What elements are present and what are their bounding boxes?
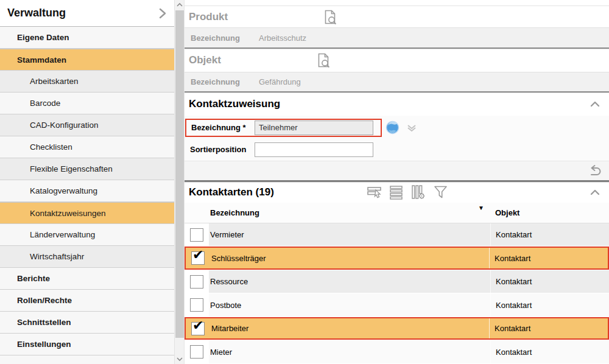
- product-section-title: Produkt: [185, 11, 228, 23]
- contact-types-header: Kontaktarten (19): [185, 182, 609, 203]
- name-field-row: Bezeichnung *: [185, 119, 609, 137]
- top-spacer: [185, 0, 609, 5]
- select-rows-icon[interactable]: [367, 184, 382, 200]
- name-field-label: Bezeichnung *: [186, 123, 255, 132]
- table-row-postbote[interactable]: Postbote Kontaktart: [185, 293, 609, 317]
- sidebar-item-stammdaten[interactable]: Stammdaten: [0, 49, 174, 71]
- row-object: Kontaktart: [489, 248, 608, 268]
- contact-assignment-header: Kontaktzuweisung: [185, 93, 609, 116]
- product-field-value: Arbeitsschutz: [253, 33, 306, 43]
- sidebar-item-rollen-rechte[interactable]: Rollen/Rechte: [0, 290, 174, 312]
- highlighted-field-box: Bezeichnung *: [185, 119, 382, 137]
- table-header: Bezeichnung ▼ Objekt: [185, 203, 609, 223]
- row-name: Mitarbeiter: [210, 318, 489, 339]
- table-row-mitarbeiter[interactable]: ✔ Mitarbeiter Kontaktart: [185, 317, 609, 340]
- sort-field-row: Sortierposition: [185, 139, 609, 161]
- scroll-up-icon[interactable]: [175, 0, 185, 10]
- row-name: Mieter: [209, 340, 490, 363]
- sidebar: Verwaltung Eigene Daten Stammdaten Arbei…: [0, 0, 175, 364]
- checkbox-checked[interactable]: ✔: [191, 322, 205, 335]
- form-footer-bar: [185, 161, 609, 180]
- sidebar-item-cad-konfiguration[interactable]: CAD-Konfiguration: [0, 114, 174, 136]
- chevron-right-icon[interactable]: [157, 7, 168, 19]
- table-row-ressource[interactable]: Ressource Kontaktart: [185, 270, 609, 293]
- rows-list-icon[interactable]: [389, 184, 404, 200]
- sidebar-title: Verwaltung: [7, 7, 66, 19]
- sidebar-item-berichte[interactable]: Berichte: [0, 268, 174, 290]
- object-field-row: Bezeichnung Gefährdung: [185, 72, 609, 92]
- sidebar-item-kontaktzuweisungen[interactable]: Kontaktzuweisungen: [0, 202, 174, 224]
- row-name: Schlüsselträger: [210, 248, 489, 268]
- sidebar-item-einstellungen[interactable]: Einstellungen: [0, 334, 174, 355]
- object-section-header: Objekt: [185, 49, 609, 72]
- name-column-header[interactable]: Bezeichnung ▼: [209, 208, 490, 217]
- checkbox-checked[interactable]: ✔: [191, 251, 205, 265]
- sidebar-item-laenderverwaltung[interactable]: Länderverwaltung: [0, 224, 174, 246]
- row-object: Kontaktart: [489, 318, 608, 339]
- app-window: Verwaltung Eigene Daten Stammdaten Arbei…: [0, 0, 609, 364]
- product-section-header: Produkt: [185, 5, 609, 28]
- row-object: Kontaktart: [490, 293, 609, 317]
- object-section-title: Objekt: [185, 54, 221, 66]
- object-column-header[interactable]: Objekt: [490, 208, 609, 217]
- check-icon: ✔: [192, 248, 203, 262]
- sidebar-item-eigene-daten[interactable]: Eigene Daten: [0, 27, 174, 49]
- column-settings-icon[interactable]: [410, 184, 426, 200]
- row-object: Kontaktart: [490, 270, 609, 293]
- sidebar-item-flexible-eigenschaften[interactable]: Flexible Eigenschaften: [0, 158, 174, 180]
- filter-funnel-icon[interactable]: [433, 184, 449, 200]
- contact-assignment-title: Kontaktzuweisung: [185, 98, 280, 110]
- name-input[interactable]: [255, 121, 373, 135]
- row-object: Kontaktart: [490, 223, 609, 247]
- row-checkbox-cell: [185, 270, 209, 293]
- row-name: Ressource: [209, 270, 490, 293]
- row-checkbox-cell: [185, 223, 209, 247]
- sidebar-header: Verwaltung: [0, 0, 174, 27]
- table-toolbar: [367, 184, 449, 200]
- collapse-section-icon[interactable]: [590, 189, 600, 196]
- check-icon: ✔: [192, 319, 203, 332]
- checkbox[interactable]: [190, 345, 203, 359]
- table-row-schluesseltraeger[interactable]: ✔ Schlüsselträger Kontaktart: [185, 247, 609, 270]
- row-checkbox-cell: [185, 293, 209, 317]
- row-checkbox-cell: ✔: [186, 318, 210, 339]
- document-search-icon[interactable]: [322, 9, 338, 26]
- object-field-value: Gefährdung: [253, 77, 301, 86]
- document-search-icon[interactable]: [315, 52, 331, 69]
- collapse-section-icon[interactable]: [590, 100, 600, 108]
- undo-return-icon[interactable]: [587, 164, 602, 177]
- main-panel: Produkt Bezeichnung Arbeitsschutz Objekt: [185, 0, 609, 364]
- sort-field-label: Sortierposition: [185, 145, 255, 154]
- vertical-scrollbar[interactable]: [175, 0, 185, 364]
- row-name: Vermieter: [209, 223, 490, 247]
- scrollbar-thumb[interactable]: [175, 10, 184, 338]
- scroll-down-icon[interactable]: [175, 354, 185, 364]
- double-chevron-down-icon[interactable]: [406, 124, 418, 132]
- row-name: Postbote: [209, 293, 490, 317]
- table-row-vermieter[interactable]: Vermieter Kontaktart: [185, 223, 609, 247]
- contact-assignment-form: Bezeichnung *: [185, 116, 609, 180]
- contact-types-title: Kontaktarten (19): [185, 186, 274, 198]
- table-row-mieter[interactable]: Mieter Kontaktart: [185, 340, 609, 363]
- checkbox[interactable]: [190, 275, 203, 289]
- product-field-label: Bezeichnung: [185, 33, 253, 43]
- name-column-label: Bezeichnung: [210, 208, 259, 217]
- sidebar-item-barcode[interactable]: Barcode: [0, 93, 174, 114]
- globe-icon[interactable]: [385, 121, 400, 135]
- object-field-label: Bezeichnung: [185, 77, 253, 86]
- sidebar-item-arbeitskarten[interactable]: Arbeitskarten: [0, 71, 174, 93]
- sort-position-input[interactable]: [255, 142, 373, 157]
- row-object: Kontaktart: [490, 340, 609, 363]
- checkbox[interactable]: [190, 298, 203, 312]
- sidebar-item-schnittstellen[interactable]: Schnittstellen: [0, 312, 174, 334]
- row-checkbox-cell: ✔: [186, 248, 210, 268]
- sidebar-item-wirtschaftsjahr[interactable]: Wirtschaftsjahr: [0, 246, 174, 268]
- sidebar-item-checklisten[interactable]: Checklisten: [0, 136, 174, 158]
- row-checkbox-cell: [185, 340, 209, 363]
- checkbox[interactable]: [190, 228, 203, 242]
- sidebar-item-katalogverwaltung[interactable]: Katalogverwaltung: [0, 180, 174, 202]
- sort-desc-icon[interactable]: ▼: [478, 205, 484, 211]
- product-field-row: Bezeichnung Arbeitsschutz: [185, 27, 609, 47]
